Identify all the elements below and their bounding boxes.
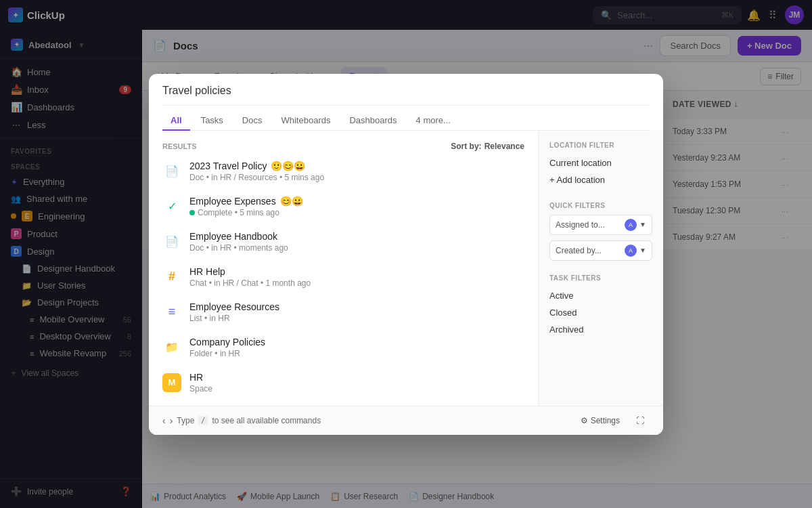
modal-tabs: All Tasks Docs Whiteboards Dashboards 4 … <box>162 106 650 131</box>
space-result-icon: M <box>162 373 181 392</box>
result-title: Employee Handbook <box>189 231 524 242</box>
modal-tab-dashboards[interactable]: Dashboards <box>341 111 405 131</box>
result-subtitle: Folder • in HR <box>189 349 524 358</box>
task-filters-section: TASK FILTERS Active Closed Archived <box>549 274 652 338</box>
result-title: Company Policies <box>189 337 524 347</box>
result-title: Employee Resources <box>189 301 524 312</box>
result-title: Employee Expenses 😊😀 <box>189 196 524 207</box>
search-modal: All Tasks Docs Whiteboards Dashboards 4 … <box>149 74 663 435</box>
result-content: HR Space <box>189 372 524 394</box>
settings-button[interactable]: ⚙ Settings <box>575 413 625 428</box>
nav-right-icon: › <box>170 415 173 426</box>
created-by-dropdown[interactable]: Created by... A ▼ <box>549 240 652 261</box>
task-filter-active[interactable]: Active <box>549 287 652 304</box>
sort-control[interactable]: Sort by: Relevance <box>451 142 524 151</box>
doc-result-icon: 📄 <box>162 162 181 181</box>
task-filter-archived[interactable]: Archived <box>549 321 652 338</box>
result-content: Employee Expenses 😊😀 Complete • 5 mins a… <box>189 196 524 217</box>
result-content: HR Help Chat • in HR / Chat • 1 month ag… <box>189 266 524 288</box>
location-filter-section: LOCATION FILTER Current location + Add l… <box>549 142 652 188</box>
result-title: HR <box>189 372 524 383</box>
doc-result-icon2: 📄 <box>162 232 181 251</box>
result-content: 2023 Travel Policy 🙂😊😀 Doc • in HR / Res… <box>189 161 524 182</box>
modal-sidebar: LOCATION FILTER Current location + Add l… <box>538 131 663 406</box>
avatar-icon: A ▼ <box>625 219 646 231</box>
chevron-down-icon: ▼ <box>639 221 646 228</box>
result-item[interactable]: M HR Space <box>149 365 538 400</box>
chat-result-icon: # <box>162 268 181 287</box>
slash-kbd: / <box>198 416 208 425</box>
modal-tab-whiteboards[interactable]: Whiteboards <box>273 111 338 131</box>
current-location-item[interactable]: Current location <box>549 154 652 171</box>
chevron-down-icon2: ▼ <box>639 247 646 254</box>
quick-filters-label: QUICK FILTERS <box>549 202 652 209</box>
modal-tab-docs[interactable]: Docs <box>234 111 271 131</box>
result-title: HR Help <box>189 266 524 277</box>
add-location-item[interactable]: + Add location <box>549 171 652 188</box>
result-item[interactable]: 📄 2023 Travel Policy 🙂😊😀 Doc • in HR / R… <box>149 154 538 189</box>
result-subtitle: Chat • in HR / Chat • 1 month ago <box>189 278 524 288</box>
result-subtitle: List • in HR <box>189 314 524 323</box>
modal-overlay[interactable]: All Tasks Docs Whiteboards Dashboards 4 … <box>0 0 812 508</box>
task-filter-closed[interactable]: Closed <box>549 304 652 321</box>
result-item[interactable]: ≡ Employee Resources List • in HR <box>149 295 538 330</box>
result-item[interactable]: # HR Help Chat • in HR / Chat • 1 month … <box>149 259 538 295</box>
expand-icon: ⛶ <box>636 416 644 425</box>
modal-header: All Tasks Docs Whiteboards Dashboards 4 … <box>149 74 663 131</box>
result-content: Company Policies Folder • in HR <box>189 337 524 358</box>
emoji-row: 🙂😊😀 <box>271 161 305 171</box>
result-item[interactable]: ✓ Employee Expenses 😊😀 Complete • 5 mins… <box>149 189 538 224</box>
location-filter-label: LOCATION FILTER <box>549 142 652 149</box>
type-label: Type <box>177 416 194 425</box>
quick-filters-section: QUICK FILTERS Assigned to... A ▼ Created… <box>549 202 652 261</box>
result-subtitle: Complete • 5 mins ago <box>189 208 524 217</box>
result-subtitle: Doc • in HR • moments ago <box>189 243 524 253</box>
modal-search-input[interactable] <box>162 85 650 97</box>
modal-footer: ‹ › Type / to see all available commands… <box>149 406 663 435</box>
footer-hint: ‹ › Type / to see all available commands <box>162 415 321 426</box>
result-subtitle: Doc • in HR / Resources • 5 mins ago <box>189 173 524 182</box>
modal-search-row <box>162 85 650 106</box>
modal-tab-more[interactable]: 4 more... <box>408 111 459 131</box>
result-item[interactable]: 📄 Employee Handbook Doc • in HR • moment… <box>149 224 538 259</box>
task-filters-label: TASK FILTERS <box>549 274 652 282</box>
footer-buttons: ⚙ Settings ⛶ <box>575 413 650 428</box>
nav-left-icon: ‹ <box>162 415 166 426</box>
expand-button[interactable]: ⛶ <box>631 413 650 428</box>
modal-results: RESULTS Sort by: Relevance 📄 2023 Travel… <box>149 131 538 406</box>
result-subtitle: Space <box>189 384 524 394</box>
list-result-icon: ≡ <box>162 303 181 322</box>
modal-body: RESULTS Sort by: Relevance 📄 2023 Travel… <box>149 131 663 406</box>
modal-tab-all[interactable]: All <box>162 111 190 131</box>
results-header: RESULTS Sort by: Relevance <box>149 136 538 154</box>
emoji-row: 😊😀 <box>280 196 303 207</box>
task-result-icon: ✓ <box>162 197 181 216</box>
assigned-to-dropdown[interactable]: Assigned to... A ▼ <box>549 215 652 235</box>
result-content: Employee Handbook Doc • in HR • moments … <box>189 231 524 253</box>
modal-tab-tasks[interactable]: Tasks <box>193 111 231 131</box>
avatar-icon2: A ▼ <box>625 245 646 257</box>
gear-icon: ⚙ <box>581 416 588 425</box>
result-content: Employee Resources List • in HR <box>189 301 524 323</box>
result-item[interactable]: 📁 Company Policies Folder • in HR <box>149 330 538 365</box>
folder-result-icon: 📁 <box>162 338 181 357</box>
result-title: 2023 Travel Policy 🙂😊😀 <box>189 161 524 171</box>
